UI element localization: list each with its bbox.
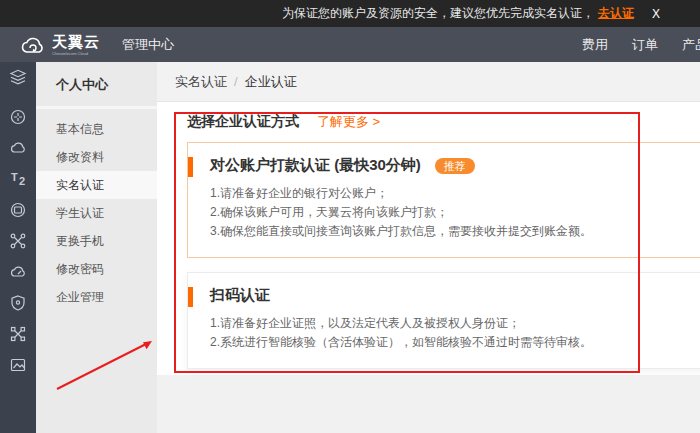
menu-management-center[interactable]: 管理中心 bbox=[122, 36, 174, 54]
verify-now-link[interactable]: 去认证 bbox=[598, 5, 634, 22]
nav-fees[interactable]: 费用 bbox=[582, 36, 608, 54]
notice-message: 为保证您的账户及资源的安全，建议您优先完成实名认证， bbox=[282, 5, 594, 22]
breadcrumb-enterprise-auth: 企业认证 bbox=[245, 74, 297, 89]
section-title: 选择企业认证方式 bbox=[187, 113, 299, 131]
sidebar-title: 个人中心 bbox=[36, 62, 157, 109]
card-scan-code-verification[interactable]: 扫码认证 1.请准备好企业证照，以及法定代表人及被授权人身份证； 2.系统进行智… bbox=[187, 272, 700, 369]
auth-method-panel: 选择企业认证方式 了解更多 > 对公账户打款认证 (最快30分钟) 推荐 1.请… bbox=[157, 102, 700, 375]
sidebar-item-enterprise-mgmt[interactable]: 企业管理 bbox=[36, 283, 157, 311]
notice-bar: 为保证您的账户及资源的安全，建议您优先完成实名认证， 去认证 X bbox=[0, 0, 700, 27]
breadcrumb-realname-auth[interactable]: 实名认证 bbox=[175, 74, 227, 89]
translate-icon[interactable]: T2 bbox=[9, 170, 27, 188]
card-step: 3.确保您能直接或间接查询该账户打款信息，需要接收并提交到账金额。 bbox=[210, 222, 700, 241]
sidebar-item-edit-profile[interactable]: 修改资料 bbox=[36, 143, 157, 171]
main-content: 实名认证/企业认证 选择企业认证方式 了解更多 > 对公账户打款认证 (最快30… bbox=[157, 62, 700, 433]
logo-subtext: Chinatelecom Cloud bbox=[52, 52, 100, 56]
display-icon[interactable] bbox=[9, 201, 27, 219]
nav-products[interactable]: 产品 bbox=[682, 36, 700, 54]
card-bank-transfer-verification[interactable]: 对公账户打款认证 (最快30分钟) 推荐 1.请准备好企业的银行对公账户； 2.… bbox=[187, 142, 700, 258]
header: 天翼云 Chinatelecom Cloud 管理中心 费用 订单 产品 bbox=[0, 27, 700, 62]
card-title: 对公账户打款认证 (最快30分钟) bbox=[210, 156, 421, 175]
sidebar-item-student-auth[interactable]: 学生认证 bbox=[36, 199, 157, 227]
svg-text:T: T bbox=[11, 171, 18, 183]
cloud-icon[interactable] bbox=[9, 139, 27, 157]
learn-more-link[interactable]: 了解更多 > bbox=[317, 113, 380, 131]
card-step: 1.请准备好企业的银行对公账户； bbox=[210, 184, 700, 203]
breadcrumb-separator: / bbox=[234, 74, 238, 89]
cloud-logo-icon bbox=[20, 36, 46, 54]
network-icon[interactable] bbox=[9, 232, 27, 250]
notice-close-icon[interactable]: X bbox=[652, 7, 660, 21]
breadcrumb: 实名认证/企业认证 bbox=[157, 62, 700, 102]
card-step: 1.请准备好企业证照，以及法定代表人及被授权人身份证； bbox=[210, 314, 700, 333]
recommended-badge: 推荐 bbox=[435, 158, 475, 174]
sidebar-item-basic-info[interactable]: 基本信息 bbox=[36, 115, 157, 143]
cloud-logo[interactable]: 天翼云 Chinatelecom Cloud bbox=[20, 34, 100, 56]
logo-name: 天翼云 bbox=[52, 33, 100, 50]
card-step: 2.确保该账户可用，天翼云将向该账户打款； bbox=[210, 203, 700, 222]
icon-rail: T2 bbox=[0, 62, 36, 433]
card-title: 扫码认证 bbox=[210, 286, 270, 305]
dashboard-icon[interactable] bbox=[9, 108, 27, 126]
sidebar-item-realname-auth[interactable]: 实名认证 bbox=[36, 171, 157, 199]
card-step: 2.系统进行智能核验（含活体验证），如智能核验不通过时需等待审核。 bbox=[210, 333, 700, 352]
image-icon[interactable] bbox=[9, 356, 27, 374]
svg-text:2: 2 bbox=[19, 175, 25, 187]
accent-bar bbox=[188, 157, 193, 177]
sidebar-item-change-phone[interactable]: 更换手机 bbox=[36, 227, 157, 255]
nav-orders[interactable]: 订单 bbox=[632, 36, 658, 54]
layers-icon[interactable] bbox=[9, 68, 27, 86]
sidebar-item-change-password[interactable]: 修改密码 bbox=[36, 255, 157, 283]
header-nav: 费用 订单 产品 bbox=[582, 27, 700, 62]
cloud-meter-icon[interactable] bbox=[9, 263, 27, 281]
shield-icon[interactable] bbox=[9, 294, 27, 312]
accent-bar bbox=[188, 287, 193, 307]
cluster-icon[interactable] bbox=[9, 325, 27, 343]
page: 为保证您的账户及资源的安全，建议您优先完成实名认证， 去认证 X 天翼云 Chi… bbox=[0, 0, 700, 433]
sidebar: 个人中心 基本信息 修改资料 实名认证 学生认证 更换手机 修改密码 企业管理 bbox=[36, 62, 157, 433]
